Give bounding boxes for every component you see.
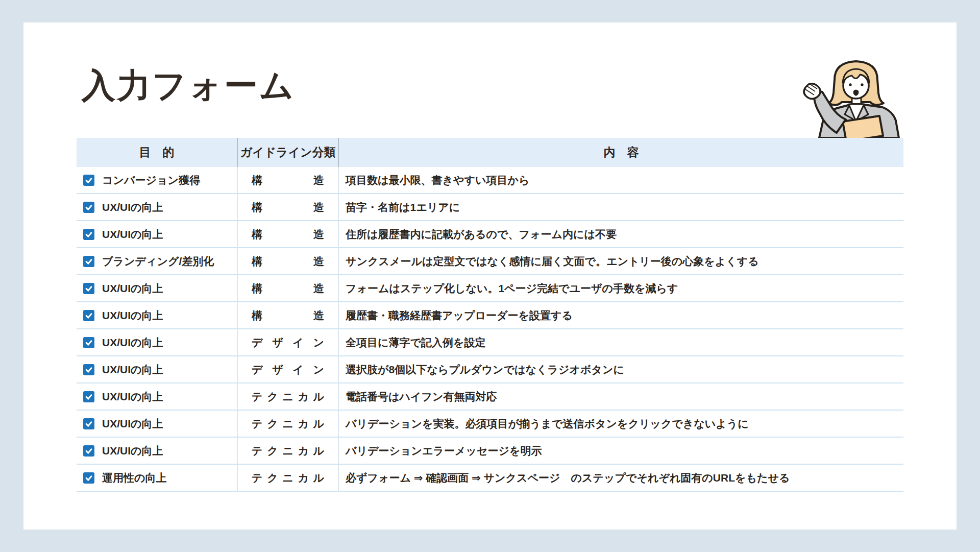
content-text: 必ずフォーム ⇒ 確認画面 ⇒ サンクスページ のステップでそれぞれ固有のURL… — [339, 465, 903, 491]
row-checkbox[interactable] — [83, 283, 94, 294]
category-label: テクニカル — [252, 444, 324, 458]
purpose-label: ブランディング/差別化 — [102, 254, 214, 269]
row-checkbox[interactable] — [83, 229, 94, 240]
content-text: 選択肢が8個以下ならプルダウンではなくラジオボタンに — [339, 356, 903, 382]
purpose-label: UX/UIの向上 — [102, 308, 163, 323]
category-label: テクニカル — [252, 390, 324, 404]
purpose-label: UX/UIの向上 — [102, 335, 163, 350]
row-checkbox[interactable] — [83, 472, 94, 484]
category-label: 構造 — [252, 254, 324, 269]
table-row: UX/UIの向上 構造 苗字・名前は1エリアに — [77, 194, 903, 221]
content-text: 項目数は最小限、書きやすい項目から — [339, 167, 903, 193]
category-label: デザイン — [252, 335, 324, 350]
row-checkbox[interactable] — [83, 202, 94, 213]
table-row: コンバージョン獲得 構造 項目数は最小限、書きやすい項目から — [77, 167, 903, 194]
category-label: 構造 — [252, 200, 324, 214]
row-checkbox[interactable] — [83, 418, 94, 429]
purpose-label: UX/UIの向上 — [102, 200, 163, 214]
presenter-woman-illustration — [799, 55, 909, 138]
row-checkbox[interactable] — [83, 175, 94, 186]
check-icon — [84, 338, 93, 347]
row-checkbox[interactable] — [83, 391, 94, 402]
table-row: 運用性の向上 テクニカル 必ずフォーム ⇒ 確認画面 ⇒ サンクスページ のステ… — [77, 465, 903, 492]
check-icon — [84, 365, 93, 374]
content-text: バリデーションを実装。必須項目が揃うまで送信ボタンをクリックできないように — [339, 411, 903, 437]
header-content: 内 容 — [339, 138, 903, 167]
content-text: 電話番号はハイフン有無両対応 — [339, 383, 903, 410]
row-checkbox[interactable] — [83, 256, 94, 267]
table-row: UX/UIの向上 デザイン 全項目に薄字で記入例を設定 — [77, 329, 903, 356]
content-text: サンクスメールは定型文ではなく感情に届く文面で。エントリー後の心象をよくする — [339, 248, 903, 274]
header-category: ガイドライン分類 — [238, 138, 339, 167]
category-label: テクニカル — [252, 417, 324, 431]
purpose-label: UX/UIの向上 — [102, 227, 163, 242]
page-title: 入力フォーム — [82, 68, 296, 102]
purpose-label: UX/UIの向上 — [102, 444, 163, 458]
table-row: UX/UIの向上 テクニカル バリデーションエラーメッセージを明示 — [77, 438, 903, 465]
category-label: 構造 — [252, 173, 324, 187]
content-text: 苗字・名前は1エリアに — [339, 194, 903, 220]
table-row: ブランディング/差別化 構造 サンクスメールは定型文ではなく感情に届く文面で。エ… — [77, 248, 903, 275]
table-row: UX/UIの向上 構造 フォームはステップ化しない。1ページ完結でユーザの手数を… — [77, 275, 903, 302]
check-icon — [84, 257, 93, 266]
row-checkbox[interactable] — [83, 310, 94, 321]
row-checkbox[interactable] — [83, 445, 94, 457]
category-label: デザイン — [252, 363, 324, 377]
category-label: 構造 — [252, 308, 324, 323]
table-row: UX/UIの向上 デザイン 選択肢が8個以下ならプルダウンではなくラジオボタンに — [77, 356, 903, 383]
check-icon — [84, 203, 93, 212]
content-text: フォームはステップ化しない。1ページ完結でユーザの手数を減らす — [339, 275, 903, 301]
category-label: 構造 — [252, 227, 324, 242]
check-icon — [84, 419, 93, 428]
check-icon — [84, 284, 93, 293]
table-header-row: 目 的 ガイドライン分類 内 容 — [77, 138, 903, 167]
table-row: UX/UIの向上 テクニカル 電話番号はハイフン有無両対応 — [77, 383, 903, 411]
header-purpose: 目 的 — [77, 138, 238, 167]
row-checkbox[interactable] — [83, 364, 94, 375]
check-icon — [84, 176, 93, 185]
purpose-label: コンバージョン獲得 — [102, 173, 200, 187]
check-icon — [84, 473, 93, 483]
category-label: 構造 — [252, 281, 324, 296]
purpose-label: UX/UIの向上 — [102, 281, 163, 296]
check-icon — [84, 392, 93, 401]
table-row: UX/UIの向上 構造 履歴書・職務経歴書アップローダーを設置する — [77, 302, 903, 329]
content-text: 履歴書・職務経歴書アップローダーを設置する — [339, 302, 903, 328]
check-icon — [84, 311, 93, 320]
purpose-label: UX/UIの向上 — [102, 417, 163, 431]
content-text: バリデーションエラーメッセージを明示 — [339, 438, 903, 464]
guideline-table: 目 的 ガイドライン分類 内 容 コンバージョン獲得 構造 項目数は最小限、書き… — [77, 138, 903, 492]
purpose-label: UX/UIの向上 — [102, 390, 163, 404]
purpose-label: UX/UIの向上 — [102, 363, 163, 377]
content-text: 住所は履歴書内に記載があるので、フォーム内には不要 — [339, 221, 903, 247]
table-row: UX/UIの向上 テクニカル バリデーションを実装。必須項目が揃うまで送信ボタン… — [77, 411, 903, 438]
table-row: UX/UIの向上 構造 住所は履歴書内に記載があるので、フォーム内には不要 — [77, 221, 903, 248]
slide: 入力フォーム 目 的 ガイドライン分類 内 容 — [0, 0, 980, 552]
check-icon — [84, 446, 93, 455]
check-icon — [84, 230, 93, 239]
category-label: テクニカル — [252, 471, 324, 485]
purpose-label: 運用性の向上 — [102, 471, 167, 485]
row-checkbox[interactable] — [83, 337, 94, 348]
content-text: 全項目に薄字で記入例を設定 — [339, 329, 903, 355]
